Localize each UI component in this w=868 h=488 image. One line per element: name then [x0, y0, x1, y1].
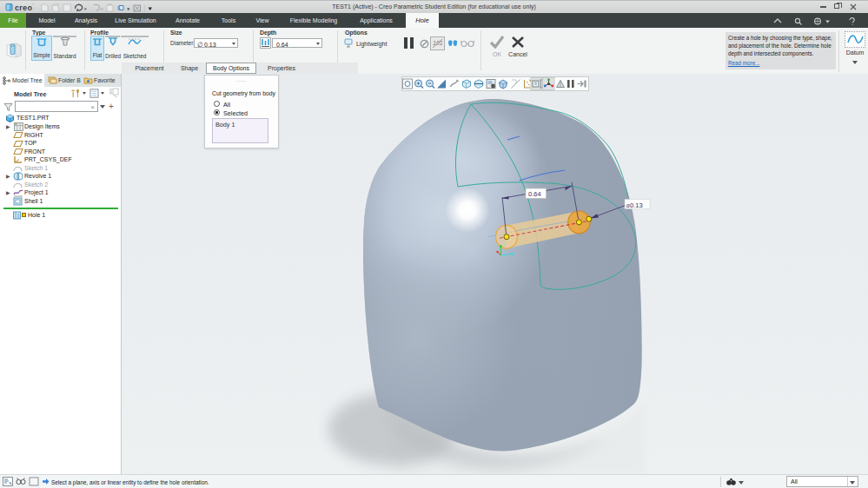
- svg-text:0.64: 0.64: [528, 190, 541, 198]
- svg-text:⌀0.13: ⌀0.13: [626, 201, 643, 209]
